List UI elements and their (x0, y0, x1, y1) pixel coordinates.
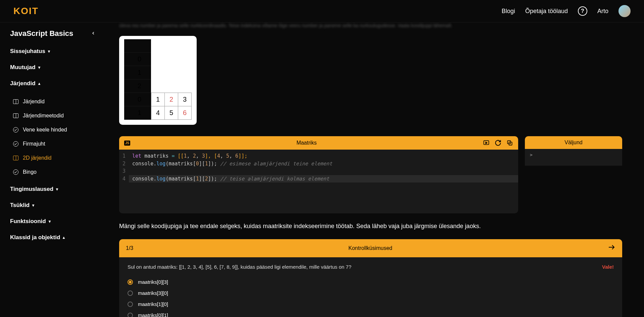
quiz-body: Sul on antud maatriks: [[1, 2, 3, 4], [5… (119, 257, 622, 317)
sidebar-item-label: Järjendid (23, 99, 45, 105)
col-header: 2 (124, 80, 151, 93)
sidebar-item-firmajuht[interactable]: Firmajuht (10, 137, 96, 151)
section-tingimuslaused[interactable]: Tingimuslaused ▾ (10, 184, 96, 194)
run-icon[interactable] (483, 140, 490, 146)
nav-user[interactable]: Arto (597, 8, 608, 15)
main-content: üleva rea number ja parema selle nurkkoo… (106, 22, 636, 317)
quiz-counter: 1/3 (126, 245, 133, 251)
chevron-down-icon: ▾ (49, 219, 51, 224)
section-label: Klassid ja objektid (10, 234, 60, 241)
layout: JavaScript Basics Sissejuhatus ▾ Muutuja… (0, 22, 644, 317)
code-editor[interactable]: 1 2 3 4 let maatriks = [[1, 2, 3], [4, 5… (119, 150, 518, 213)
quiz-option-3[interactable]: maatriks[0][1] (128, 310, 614, 317)
quiz-question-row: Sul on antud maatriks: [[1, 2, 3, 4], [5… (128, 264, 614, 270)
sidebar-item-label: Järjendimeetodid (23, 113, 64, 119)
row-header: 0 (124, 93, 151, 106)
quiz-next-button[interactable] (607, 243, 615, 253)
editor-row: JS Maatriks (119, 136, 622, 213)
chevron-down-icon: ▾ (32, 203, 34, 208)
sidebar-item-jarjendid[interactable]: Järjendid (10, 95, 96, 109)
output-panel: Väljund > (525, 136, 622, 213)
nav-right: Blogi Õpetaja töölaud ? Arto (502, 5, 631, 17)
sidebar-item-bingo[interactable]: Bingo (10, 165, 96, 179)
sidebar-item-label: Vene keele hinded (23, 127, 67, 133)
description-text: Mängi selle koodijupiga ja tee endale se… (119, 222, 622, 231)
matrix-cell: 4 (151, 106, 165, 120)
matrix-cell: 2 (165, 93, 178, 106)
reset-icon[interactable] (495, 140, 501, 146)
sidebar-header: JavaScript Basics (10, 29, 96, 38)
chevron-down-icon: ▾ (56, 187, 58, 192)
radio-icon (128, 290, 133, 296)
sidebar-item-label: 2D järjendid (23, 155, 51, 161)
line-numbers: 1 2 3 4 (119, 150, 129, 213)
quiz-header: 1/3 Kontrollküsimused (119, 239, 622, 257)
col-header: 0 (124, 53, 151, 66)
blurred-text: üleva rea number ja parema selle nurkkoo… (119, 22, 622, 29)
quiz-title: Kontrollküsimused (133, 245, 607, 251)
col-header: 1 (124, 66, 151, 80)
section-label: Sissejuhatus (10, 48, 45, 55)
check-icon (13, 169, 19, 175)
output-header: Väljund (525, 136, 622, 149)
copy-icon[interactable] (506, 140, 513, 146)
radio-icon (128, 279, 133, 285)
header: KOIT Blogi Õpetaja töölaud ? Arto (0, 0, 644, 22)
section-label: Tsüklid (10, 202, 30, 209)
jarjendid-items: Järjendid Järjendimeetodid Vene keele hi… (10, 95, 96, 179)
quiz-option-label: maatriks[0][3] (138, 279, 168, 285)
section-jarjendid[interactable]: Järjendid ▴ (10, 78, 96, 89)
output-title: Väljund (530, 140, 617, 146)
section-sissejuhatus[interactable]: Sissejuhatus ▾ (10, 46, 96, 56)
js-badge-icon: JS (124, 141, 130, 146)
quiz-option-1[interactable]: maatriks[3][0] (128, 287, 614, 299)
quiz-option-2[interactable]: maatriks[1][0] (128, 299, 614, 310)
svg-marker-1 (486, 142, 487, 144)
nav-blog[interactable]: Blogi (502, 8, 515, 15)
editor-toolbar (483, 140, 513, 146)
quiz-result: Vale! (602, 264, 614, 270)
help-icon[interactable]: ? (578, 6, 587, 16)
course-title: JavaScript Basics (10, 29, 73, 38)
sidebar: JavaScript Basics Sissejuhatus ▾ Muutuja… (0, 22, 106, 317)
row-header: 1 (124, 106, 151, 120)
chevron-down-icon: ▾ (48, 49, 50, 54)
quiz-panel: 1/3 Kontrollküsimused Sul on antud maatr… (119, 239, 622, 317)
book-icon (13, 113, 19, 119)
section-muutujad[interactable]: Muutujad ▾ (10, 62, 96, 72)
sidebar-item-vene-keele[interactable]: Vene keele hinded (10, 123, 96, 137)
quiz-option-label: maatriks[1][0] (138, 301, 168, 307)
section-funktsioonid[interactable]: Funktsioonid ▾ (10, 216, 96, 226)
sidebar-item-jarjendimeetodid[interactable]: Järjendimeetodid (10, 109, 96, 123)
quiz-option-label: maatriks[0][1] (138, 312, 168, 317)
quiz-option-label: maatriks[3][0] (138, 290, 168, 296)
sidebar-item-label: Firmajuht (23, 141, 45, 147)
avatar[interactable] (618, 5, 631, 17)
radio-icon (128, 302, 133, 307)
nav-teacher[interactable]: Õpetaja töölaud (525, 8, 568, 15)
chevron-up-icon: ▴ (38, 81, 40, 86)
section-label: Tingimuslaused (10, 186, 53, 193)
section-klassid[interactable]: Klassid ja objektid ▴ (10, 232, 96, 243)
matrix-table: 0 1 2 0 1 2 3 1 4 5 6 (124, 39, 192, 120)
collapse-sidebar-button[interactable] (91, 30, 96, 37)
code-area[interactable]: let maatriks = [[1, 2, 3], [4, 5, 6]]; c… (129, 150, 518, 213)
book-icon (13, 99, 19, 105)
quiz-option-0[interactable]: maatriks[0][3] (128, 276, 614, 287)
chevron-down-icon: ▾ (38, 65, 40, 70)
editor-panel: JS Maatriks (119, 136, 518, 213)
chevron-up-icon: ▴ (63, 235, 65, 240)
matrix-cell: 3 (178, 93, 192, 106)
book-icon (13, 155, 19, 161)
output-prompt: > (530, 152, 533, 157)
radio-icon (128, 313, 133, 317)
section-tsuklid[interactable]: Tsüklid ▾ (10, 200, 96, 210)
logo[interactable]: KOIT (13, 6, 39, 16)
editor-title: Maatriks (130, 140, 483, 146)
section-label: Järjendid (10, 80, 36, 87)
sidebar-item-2d-jarjendid[interactable]: 2D järjendid (10, 151, 96, 165)
quiz-question: Sul on antud maatriks: [[1, 2, 3, 4], [5… (128, 264, 351, 270)
matrix-cell: 5 (165, 106, 178, 120)
matrix-cell: 6 (178, 106, 192, 120)
output-body: > (525, 149, 622, 166)
